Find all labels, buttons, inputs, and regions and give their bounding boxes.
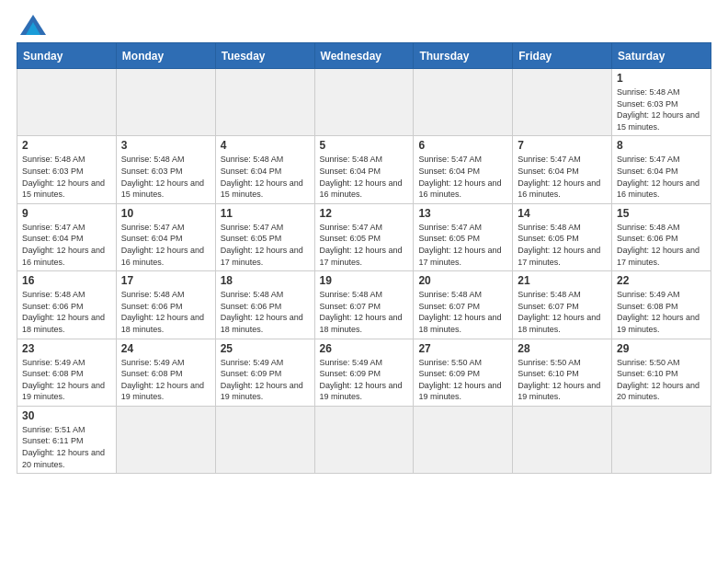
calendar-cell: 27Sunrise: 5:50 AMSunset: 6:09 PMDayligh… [414,339,513,406]
col-sunday: Sunday [17,43,117,69]
calendar-cell [414,406,513,473]
col-saturday: Saturday [612,43,711,69]
day-info: Sunrise: 5:48 AMSunset: 6:05 PMDaylight:… [518,222,607,268]
day-info: Sunrise: 5:48 AMSunset: 6:06 PMDaylight:… [121,289,210,335]
calendar-cell: 2Sunrise: 5:48 AMSunset: 6:03 PMDaylight… [17,136,117,203]
calendar-cell: 20Sunrise: 5:48 AMSunset: 6:07 PMDayligh… [414,271,513,339]
calendar-cell: 8Sunrise: 5:47 AMSunset: 6:04 PMDaylight… [612,136,711,203]
day-info: Sunrise: 5:49 AMSunset: 6:08 PMDaylight:… [121,357,210,403]
page: Sunday Monday Tuesday Wednesday Thursday… [0,0,728,563]
calendar-cell: 3Sunrise: 5:48 AMSunset: 6:03 PMDaylight… [116,136,215,203]
calendar-cell: 13Sunrise: 5:47 AMSunset: 6:05 PMDayligh… [414,203,513,270]
day-info: Sunrise: 5:49 AMSunset: 6:08 PMDaylight:… [22,357,111,403]
day-number: 12 [320,207,409,220]
day-number: 19 [320,274,409,287]
day-number: 22 [617,274,706,287]
calendar-cell [513,406,612,473]
day-number: 1 [617,72,706,85]
calendar-cell [215,406,314,473]
day-info: Sunrise: 5:49 AMSunset: 6:09 PMDaylight:… [320,357,409,403]
calendar-cell: 4Sunrise: 5:48 AMSunset: 6:04 PMDaylight… [215,136,314,203]
calendar-cell: 21Sunrise: 5:48 AMSunset: 6:07 PMDayligh… [513,271,612,339]
day-info: Sunrise: 5:47 AMSunset: 6:04 PMDaylight:… [518,154,607,200]
day-info: Sunrise: 5:48 AMSunset: 6:04 PMDaylight:… [221,154,310,200]
day-info: Sunrise: 5:50 AMSunset: 6:09 PMDaylight:… [418,357,507,403]
day-info: Sunrise: 5:48 AMSunset: 6:07 PMDaylight:… [320,289,409,335]
calendar-cell: 28Sunrise: 5:50 AMSunset: 6:10 PMDayligh… [513,339,612,406]
day-info: Sunrise: 5:48 AMSunset: 6:06 PMDaylight:… [22,289,111,335]
day-number: 26 [320,342,409,355]
calendar-cell: 14Sunrise: 5:48 AMSunset: 6:05 PMDayligh… [513,203,612,270]
day-number: 2 [22,139,111,152]
calendar-cell: 12Sunrise: 5:47 AMSunset: 6:05 PMDayligh… [314,203,414,270]
calendar-cell: 24Sunrise: 5:49 AMSunset: 6:08 PMDayligh… [116,339,215,406]
calendar-cell: 11Sunrise: 5:47 AMSunset: 6:05 PMDayligh… [215,203,314,270]
day-number: 27 [418,342,507,355]
day-info: Sunrise: 5:48 AMSunset: 6:07 PMDaylight:… [518,289,607,335]
day-info: Sunrise: 5:47 AMSunset: 6:05 PMDaylight:… [320,222,409,268]
day-info: Sunrise: 5:48 AMSunset: 6:03 PMDaylight:… [121,154,210,200]
calendar-cell: 7Sunrise: 5:47 AMSunset: 6:04 PMDaylight… [513,136,612,203]
day-info: Sunrise: 5:51 AMSunset: 6:11 PMDaylight:… [22,424,111,470]
day-info: Sunrise: 5:48 AMSunset: 6:06 PMDaylight:… [221,289,310,335]
calendar-cell [314,69,414,136]
calendar-cell: 15Sunrise: 5:48 AMSunset: 6:06 PMDayligh… [612,203,711,270]
calendar-cell: 17Sunrise: 5:48 AMSunset: 6:06 PMDayligh… [116,271,215,339]
calendar-cell [314,406,414,473]
calendar-cell: 26Sunrise: 5:49 AMSunset: 6:09 PMDayligh… [314,339,414,406]
calendar-table: Sunday Monday Tuesday Wednesday Thursday… [17,42,711,474]
calendar-cell [17,69,117,136]
col-friday: Friday [513,43,612,69]
calendar-cell: 9Sunrise: 5:47 AMSunset: 6:04 PMDaylight… [17,203,117,270]
logo-icon [20,15,46,35]
day-number: 16 [22,274,111,287]
calendar-cell: 10Sunrise: 5:47 AMSunset: 6:04 PMDayligh… [116,203,215,270]
col-monday: Monday [116,43,215,69]
calendar-cell [513,69,612,136]
day-number: 25 [221,342,310,355]
calendar-header-row: Sunday Monday Tuesday Wednesday Thursday… [17,43,711,69]
day-number: 24 [121,342,210,355]
day-number: 8 [617,139,706,152]
day-number: 6 [418,139,507,152]
col-thursday: Thursday [414,43,513,69]
day-info: Sunrise: 5:47 AMSunset: 6:05 PMDaylight:… [418,222,507,268]
calendar-cell: 19Sunrise: 5:48 AMSunset: 6:07 PMDayligh… [314,271,414,339]
day-number: 30 [22,409,111,422]
day-number: 3 [121,139,210,152]
day-number: 4 [221,139,310,152]
day-number: 15 [617,207,706,220]
day-number: 23 [22,342,111,355]
calendar-cell: 5Sunrise: 5:48 AMSunset: 6:04 PMDaylight… [314,136,414,203]
day-info: Sunrise: 5:47 AMSunset: 6:05 PMDaylight:… [221,222,310,268]
calendar-cell: 22Sunrise: 5:49 AMSunset: 6:08 PMDayligh… [612,271,711,339]
logo [17,15,46,35]
day-number: 5 [320,139,409,152]
day-info: Sunrise: 5:48 AMSunset: 6:07 PMDaylight:… [418,289,507,335]
day-info: Sunrise: 5:48 AMSunset: 6:06 PMDaylight:… [617,222,706,268]
day-number: 20 [418,274,507,287]
calendar-cell [414,69,513,136]
calendar-cell [116,69,215,136]
day-info: Sunrise: 5:48 AMSunset: 6:03 PMDaylight:… [617,86,706,132]
day-info: Sunrise: 5:49 AMSunset: 6:08 PMDaylight:… [617,289,706,335]
day-number: 7 [518,139,607,152]
day-number: 28 [518,342,607,355]
day-info: Sunrise: 5:47 AMSunset: 6:04 PMDaylight:… [121,222,210,268]
day-info: Sunrise: 5:50 AMSunset: 6:10 PMDaylight:… [617,357,706,403]
col-wednesday: Wednesday [314,43,414,69]
calendar-cell: 25Sunrise: 5:49 AMSunset: 6:09 PMDayligh… [215,339,314,406]
day-info: Sunrise: 5:47 AMSunset: 6:04 PMDaylight:… [22,222,111,268]
col-tuesday: Tuesday [215,43,314,69]
day-info: Sunrise: 5:50 AMSunset: 6:10 PMDaylight:… [518,357,607,403]
calendar-cell [116,406,215,473]
calendar-cell: 18Sunrise: 5:48 AMSunset: 6:06 PMDayligh… [215,271,314,339]
day-number: 21 [518,274,607,287]
calendar-cell: 30Sunrise: 5:51 AMSunset: 6:11 PMDayligh… [17,406,117,473]
day-number: 11 [221,207,310,220]
calendar-cell: 1Sunrise: 5:48 AMSunset: 6:03 PMDaylight… [612,69,711,136]
day-number: 10 [121,207,210,220]
calendar-cell [612,406,711,473]
day-number: 14 [518,207,607,220]
day-number: 13 [418,207,507,220]
